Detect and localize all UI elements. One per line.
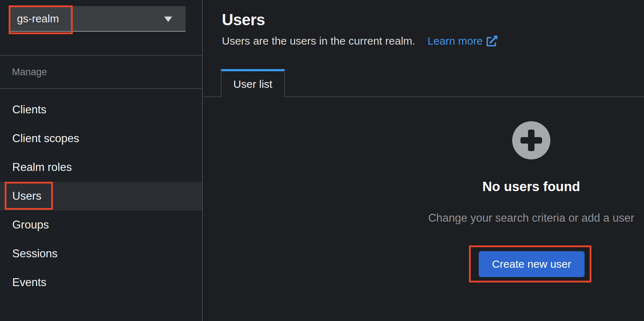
empty-state-title: No users found bbox=[405, 179, 644, 194]
sidebar: gs-realm Manage Clients Client scopes Re… bbox=[0, 0, 203, 321]
page-description-row: Users are the users in the current realm… bbox=[222, 33, 497, 49]
create-new-user-button[interactable]: Create new user bbox=[479, 251, 585, 277]
learn-more-link[interactable]: Learn more bbox=[428, 33, 497, 49]
empty-state-description: Change your search criteria or add a use… bbox=[393, 212, 644, 225]
sidebar-item-groups[interactable]: Groups bbox=[0, 211, 202, 239]
nav-section-manage: Manage bbox=[0, 55, 202, 89]
sidebar-item-sessions[interactable]: Sessions bbox=[0, 239, 202, 268]
sidebar-item-realm-roles[interactable]: Realm roles bbox=[0, 153, 202, 182]
sidebar-item-users[interactable]: Users bbox=[0, 182, 202, 211]
sidebar-item-clients[interactable]: Clients bbox=[0, 95, 202, 124]
app-window: gs-realm Manage Clients Client scopes Re… bbox=[0, 0, 644, 321]
realm-selector-value: gs-realm bbox=[17, 13, 59, 25]
page-title: Users bbox=[222, 10, 265, 30]
realm-selector[interactable]: gs-realm bbox=[10, 6, 185, 32]
tab-user-list-label: User list bbox=[233, 78, 272, 90]
learn-more-label: Learn more bbox=[428, 33, 483, 49]
nav-section-label: Manage bbox=[12, 67, 47, 78]
sidebar-item-events[interactable]: Events bbox=[0, 268, 202, 297]
page-description: Users are the users in the current realm… bbox=[222, 33, 415, 49]
external-link-icon bbox=[487, 36, 497, 46]
plus-circle-icon bbox=[512, 121, 550, 159]
tab-user-list[interactable]: User list bbox=[221, 69, 285, 97]
sidebar-item-client-scopes[interactable]: Client scopes bbox=[0, 124, 202, 153]
sidebar-nav: Clients Client scopes Realm roles Users … bbox=[0, 95, 202, 297]
caret-down-icon bbox=[164, 17, 172, 22]
main-content: Users Users are the users in the current… bbox=[204, 0, 644, 321]
